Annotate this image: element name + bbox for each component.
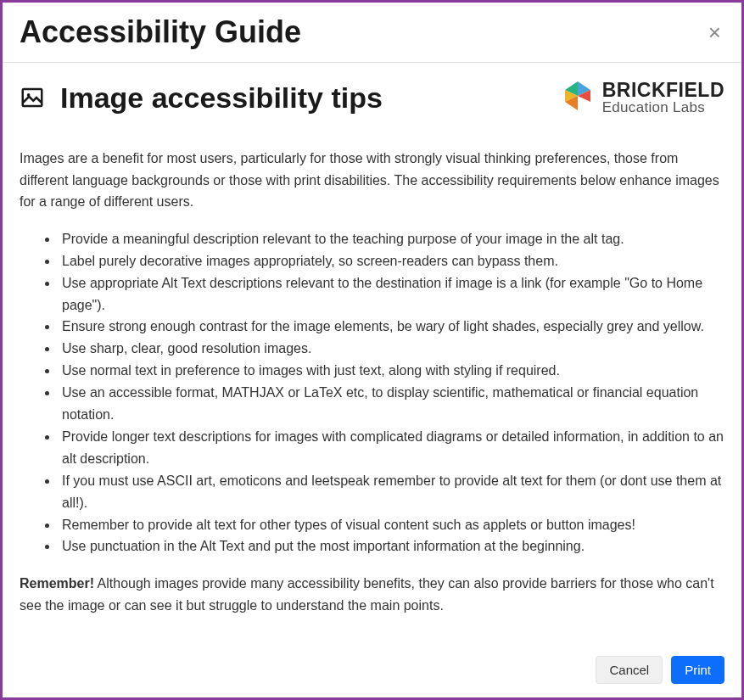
list-item: Provide longer text descriptions for ima…: [59, 426, 724, 470]
remember-paragraph: Remember! Although images provide many a…: [20, 573, 724, 616]
list-item: Ensure strong enough contrast for the im…: [59, 316, 724, 338]
modal-body[interactable]: Image accessibility tips BRICKFIELD Educ…: [3, 63, 741, 644]
brand-logo: BRICKFIELD Education Labs: [560, 78, 724, 117]
list-item: Label purely decorative images appropria…: [59, 250, 724, 272]
print-button[interactable]: Print: [671, 656, 724, 684]
intro-paragraph: Images are a benefit for most users, par…: [20, 148, 724, 213]
list-item: Use sharp, clear, good resolution images…: [59, 338, 724, 360]
remember-body: Although images provide many accessibili…: [20, 576, 714, 613]
brickfield-logo-icon: [560, 78, 596, 117]
list-item: Use appropriate Alt Text descriptions re…: [59, 272, 724, 316]
modal-title: Accessibility Guide: [20, 14, 301, 50]
modal-header: Accessibility Guide ×: [3, 3, 741, 63]
list-item: Use an accessible format, MATHJAX or LaT…: [59, 382, 724, 426]
list-item: Use punctuation in the Alt Text and put …: [59, 535, 724, 557]
modal-dialog: Accessibility Guide × Image accessibilit…: [0, 0, 744, 700]
brand-name: BRICKFIELD: [602, 81, 724, 100]
list-item: Remember to provide alt text for other t…: [59, 514, 724, 536]
list-item: Use normal text in preference to images …: [59, 360, 724, 382]
list-item: Provide a meaningful description relevan…: [59, 228, 724, 250]
brand-logo-text: BRICKFIELD Education Labs: [602, 81, 724, 115]
content-title: Image accessibility tips: [60, 81, 383, 115]
brand-tagline: Education Labs: [602, 100, 724, 115]
content-header: Image accessibility tips BRICKFIELD Educ…: [20, 78, 724, 117]
tips-list: Provide a meaningful description relevan…: [20, 228, 724, 558]
remember-label: Remember!: [20, 576, 94, 591]
list-item: If you must use ASCII art, emoticons and…: [59, 470, 724, 514]
modal-footer: Cancel Print: [3, 644, 741, 697]
image-icon: [20, 85, 45, 110]
content-title-wrap: Image accessibility tips: [20, 81, 383, 115]
close-icon[interactable]: ×: [705, 21, 724, 43]
cancel-button[interactable]: Cancel: [596, 656, 663, 684]
svg-rect-0: [23, 89, 42, 106]
